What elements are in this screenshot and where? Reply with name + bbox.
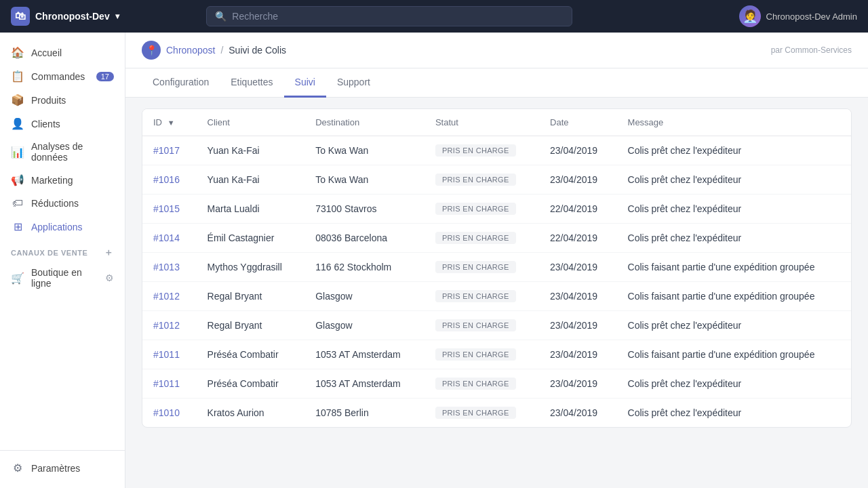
breadcrumb-app-name[interactable]: Chronopost [166,45,215,56]
cell-client: Regal Bryant [197,282,305,311]
status-badge: PRIS EN CHARGE [435,174,516,186]
sidebar-item-reductions[interactable]: 🏷 Réductions [0,192,125,215]
table-header-row: ID ▼ Client Destination Statut Date Mess… [142,109,851,136]
id-link[interactable]: #1011 [153,349,180,360]
cell-client: Émil Castagnier [197,224,305,253]
table-area: ID ▼ Client Destination Statut Date Mess… [125,98,868,488]
cell-id: #1011 [142,340,197,369]
col-header-date: Date [539,109,617,136]
sidebar-item-label: Paramètres [31,463,80,474]
cell-destination: To Kwa Wan [304,136,425,165]
id-link[interactable]: #1011 [153,378,180,389]
boutique-settings-icon[interactable]: ⚙ [105,272,114,283]
tab-configuration[interactable]: Configuration [142,68,220,98]
table-row: #1016 Yuan Ka-Fai To Kwa Wan PRIS EN CHA… [142,165,851,195]
brand[interactable]: 🛍 Chronopost-Dev ▾ [11,7,119,26]
status-badge: PRIS EN CHARGE [435,407,516,419]
tracking-table: ID ▼ Client Destination Statut Date Mess… [142,109,851,427]
cell-destination: 08036 Barcelona [304,224,425,253]
user-menu[interactable]: 🧑‍💼 Chronopost-Dev Admin [739,5,857,27]
cell-statut: PRIS EN CHARGE [425,340,539,369]
cell-message: Colis prêt chez l'expéditeur [617,195,851,224]
cell-client: Regal Bryant [197,311,305,340]
commandes-badge: 17 [96,72,114,81]
tab-suivi[interactable]: Suivi [284,68,326,98]
sidebar-item-analyses[interactable]: 📊 Analyses de données [0,136,125,168]
search-input[interactable] [232,11,564,22]
cell-statut: PRIS EN CHARGE [425,253,539,282]
main-content: 📍 Chronopost / Suivi de Colis par Common… [125,33,868,488]
id-link[interactable]: #1016 [153,174,180,185]
breadcrumb: 📍 Chronopost / Suivi de Colis [142,41,286,60]
search-bar: 🔍 [206,6,572,26]
sidebar-item-produits[interactable]: 📦 Produits [0,88,125,112]
sidebar-item-clients[interactable]: 👤 Clients [0,112,125,136]
cell-statut: PRIS EN CHARGE [425,165,539,195]
brand-dropdown-icon[interactable]: ▾ [115,12,119,21]
cell-id: #1013 [142,253,197,282]
sidebar-item-boutique[interactable]: 🛒 Boutique en ligne ⚙ [0,262,125,294]
status-badge: PRIS EN CHARGE [435,348,516,361]
id-link[interactable]: #1014 [153,232,180,243]
sidebar-item-label: Clients [31,119,60,129]
search-icon: 🔍 [215,11,226,22]
cell-message: Colis prêt chez l'expéditeur [617,311,851,340]
id-link[interactable]: #1013 [153,262,180,272]
cell-date: 23/04/2019 [539,369,617,399]
col-header-message: Message [617,109,851,136]
sidebar-item-commandes[interactable]: 📋 Commandes 17 [0,64,125,88]
sidebar-item-marketing[interactable]: 📢 Marketing [0,168,125,192]
cell-message: Colis prêt chez l'expéditeur [617,399,851,428]
cell-id: #1012 [142,282,197,311]
table-row: #1012 Regal Bryant Glasgow PRIS EN CHARG… [142,282,851,311]
cell-message: Colis prêt chez l'expéditeur [617,136,851,165]
cell-date: 22/04/2019 [539,224,617,253]
cell-destination: 73100 Stavros [304,195,425,224]
cell-client: Mythos Yggdrasill [197,253,305,282]
cell-destination: 10785 Berlin [304,399,425,428]
add-channel-icon[interactable]: ＋ [104,247,114,259]
sort-icon: ▼ [167,119,175,127]
cell-message: Colis faisant partie d'une expédition gr… [617,253,851,282]
cell-message: Colis faisant partie d'une expédition gr… [617,282,851,311]
marketing-icon: 📢 [11,174,24,186]
tab-support[interactable]: Support [326,68,381,98]
tab-etiquettes[interactable]: Etiquettes [220,68,283,98]
id-link[interactable]: #1010 [153,407,180,418]
analytics-icon: 📊 [11,146,24,159]
sidebar-item-label: Commandes [31,71,85,82]
sidebar: 🏠 Accueil 📋 Commandes 17 📦 Produits 👤 Cl… [0,33,125,488]
cell-message: Colis faisant partie d'une expédition gr… [617,340,851,369]
sidebar-item-parametres[interactable]: ⚙ Paramètres [0,456,125,480]
id-link[interactable]: #1017 [153,145,180,156]
breadcrumb-bar: 📍 Chronopost / Suivi de Colis par Common… [125,33,868,68]
sidebar-item-accueil[interactable]: 🏠 Accueil [0,41,125,64]
sidebar-item-applications[interactable]: ⊞ Applications [0,215,125,239]
table-row: #1017 Yuan Ka-Fai To Kwa Wan PRIS EN CHA… [142,136,851,165]
sidebar-item-label: Réductions [31,198,79,209]
sidebar-item-label: Produits [31,95,66,106]
id-link[interactable]: #1012 [153,320,180,331]
cell-statut: PRIS EN CHARGE [425,369,539,399]
cell-date: 22/04/2019 [539,195,617,224]
id-link[interactable]: #1012 [153,291,180,302]
products-icon: 📦 [11,94,24,106]
cell-statut: PRIS EN CHARGE [425,224,539,253]
table-row: #1011 Préséa Combatir 1053 AT Amsterdam … [142,369,851,399]
sidebar-item-label: Applications [31,222,83,232]
status-badge: PRIS EN CHARGE [435,232,516,244]
col-header-statut: Statut [425,109,539,136]
breadcrumb-separator: / [220,45,223,56]
cell-client: Kratos Aurion [197,399,305,428]
cell-date: 23/04/2019 [539,399,617,428]
col-header-id[interactable]: ID ▼ [142,109,197,136]
table-row: #1012 Regal Bryant Glasgow PRIS EN CHARG… [142,311,851,340]
cell-destination: Glasgow [304,282,425,311]
table-row: #1011 Préséa Combatir 1053 AT Amsterdam … [142,340,851,369]
id-link[interactable]: #1015 [153,203,180,214]
sidebar-section-canaux: CANAUX DE VENTE ＋ [0,239,125,262]
status-badge: PRIS EN CHARGE [435,290,516,302]
cell-date: 23/04/2019 [539,340,617,369]
breadcrumb-by-label: par Common-Services [771,45,852,55]
cell-client: Préséa Combatir [197,340,305,369]
